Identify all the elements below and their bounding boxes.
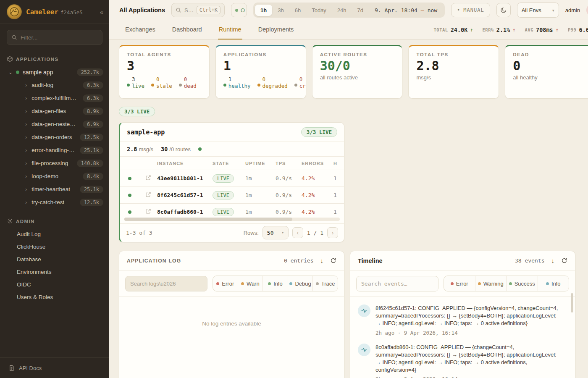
- timeline-filter-success[interactable]: Success: [506, 276, 538, 291]
- sidebar-item-users-roles[interactable]: Users & Roles: [0, 291, 109, 303]
- sidebar-item-try-catch-test[interactable]: ›try-catch-test12.5k: [0, 196, 109, 209]
- summary-stat-p99: P996.6s↑: [568, 26, 588, 33]
- horizontal-scrollbar[interactable]: [124, 218, 340, 221]
- sidebar-item-audit-log[interactable]: ›audit-log6.3k: [0, 79, 109, 92]
- avatar[interactable]: AD: [586, 4, 588, 16]
- timeline-search-input[interactable]: [356, 276, 438, 291]
- rows-per-page-select[interactable]: 50 ▾: [262, 226, 289, 239]
- log-filter-debug[interactable]: Debug: [288, 276, 313, 291]
- time-range-6h[interactable]: 6h: [289, 5, 306, 16]
- timeline-scrollbar-thumb[interactable]: [571, 293, 573, 312]
- sidebar-item-file-processing[interactable]: ›file-processing140.8k: [0, 157, 109, 170]
- chevron-right-icon[interactable]: ›: [25, 108, 27, 114]
- page-indicator: 1 / 1: [307, 230, 323, 236]
- table-row[interactable]: 8f6245c61d57-1LIVE1m0.9/s4.2%1: [120, 186, 344, 203]
- instance-id[interactable]: 43ee9811b801-1: [157, 175, 213, 181]
- time-range-buttons: 1h3h6hToday24h7d: [255, 5, 369, 16]
- environment-select[interactable]: All Envs ▾: [517, 3, 559, 18]
- global-search[interactable]: S… Ctrl+K: [171, 3, 225, 17]
- sidebar-item-complex-fulfillm[interactable]: ›complex-fulfillm…6.3k: [0, 92, 109, 105]
- timeline-filter-warning[interactable]: Warning: [475, 276, 507, 291]
- chevron-right-icon[interactable]: ›: [25, 199, 27, 205]
- instance-id[interactable]: 8f6245c61d57-1: [157, 192, 213, 198]
- application-name[interactable]: sample-app: [127, 129, 165, 136]
- timeline-event[interactable]: 8f6245c61d57-1: CONFIG_APPLIED — {config…: [358, 299, 568, 339]
- tab-deployments[interactable]: Deployments: [257, 20, 295, 39]
- sidebar-item-sample-app[interactable]: ⌄ sample app 252.7k: [0, 66, 109, 79]
- log-filter-trace[interactable]: Trace: [312, 276, 338, 291]
- chevron-right-icon[interactable]: ›: [25, 121, 27, 127]
- chevron-right-icon[interactable]: ›: [25, 147, 27, 153]
- chevron-right-icon[interactable]: ›: [25, 160, 27, 166]
- filter-input[interactable]: [21, 34, 98, 41]
- time-range-3h[interactable]: 3h: [272, 5, 289, 16]
- sidebar-item-data-gen-orders[interactable]: ›data-gen-orders12.5k: [0, 131, 109, 144]
- download-icon[interactable]: ↓: [320, 257, 324, 264]
- timeline-panel-header: Timeline 38 events ↓: [350, 251, 575, 270]
- instance-id[interactable]: 8c0affadb860-1: [157, 209, 213, 215]
- sidebar-item-loop-demo[interactable]: ›loop-demo8.4k: [0, 170, 109, 183]
- tab-exchanges[interactable]: Exchanges: [124, 20, 156, 39]
- time-range-today[interactable]: Today: [306, 5, 332, 16]
- card-value: 0: [513, 59, 588, 73]
- timeline-filter-error[interactable]: Error: [444, 276, 475, 291]
- table-row[interactable]: 43ee9811b801-1LIVE1m0.9/s4.2%1: [120, 170, 344, 186]
- refresh-icon[interactable]: [330, 257, 336, 264]
- sidebar-item-timer-heartbeat[interactable]: ›timer-heartbeat25.1k: [0, 183, 109, 196]
- tab-runtime[interactable]: Runtime: [218, 20, 242, 39]
- log-search-input[interactable]: [125, 276, 207, 291]
- refresh-icon[interactable]: [561, 257, 567, 264]
- uptime-cell: 1m: [245, 192, 276, 198]
- sidebar-item-api-docs[interactable]: API Docs: [0, 357, 109, 378]
- status-label: O: [241, 7, 245, 13]
- stat-card-applications: APPLICATIONS11healthy0degraded0critical: [215, 45, 306, 99]
- time-range-7d[interactable]: 7d: [352, 5, 369, 16]
- route-tree: ›audit-log6.3k›complex-fulfillm…6.3k›dat…: [0, 79, 109, 209]
- log-filter-info[interactable]: Info: [262, 276, 288, 291]
- sidebar-item-data-gen-neste[interactable]: ›data-gen-neste…6.9k: [0, 118, 109, 131]
- chevron-down-icon[interactable]: ⌄: [8, 69, 13, 75]
- sidebar-item-data-gen-files[interactable]: ›data-gen-files8.9k: [0, 105, 109, 118]
- status-dot: [179, 84, 182, 87]
- sidebar-filter[interactable]: [7, 30, 102, 45]
- chevron-right-icon[interactable]: ›: [25, 173, 27, 179]
- card-value: 1: [223, 59, 298, 73]
- sidebar-item-environments[interactable]: Environments: [0, 265, 109, 278]
- sidebar-item-clickhouse[interactable]: ClickHouse: [0, 240, 109, 253]
- date-range-display[interactable]: 9. Apr. 18:04 – now: [369, 7, 443, 13]
- tab-dashboard[interactable]: Dashboard: [171, 20, 203, 39]
- count-badge: 25.1k: [80, 147, 103, 154]
- download-icon[interactable]: ↓: [551, 257, 555, 264]
- scrollbar-thumb[interactable]: [124, 218, 292, 221]
- prev-page-button[interactable]: ‹: [292, 227, 303, 238]
- time-range-24h[interactable]: 24h: [332, 5, 352, 16]
- table-row[interactable]: 8c0affadb860-1LIVE1m0.9/s4.2%1: [120, 203, 344, 216]
- timeline-event[interactable]: 8c0affadb860-1: CONFIG_APPLIED — {change…: [358, 339, 568, 378]
- chevron-right-icon[interactable]: ›: [25, 186, 27, 192]
- manual-refresh-toggle[interactable]: • MANUAL: [451, 3, 490, 17]
- sidebar-item-database[interactable]: Database: [0, 253, 109, 265]
- external-link-icon[interactable]: [145, 208, 151, 215]
- status-dot: [151, 84, 154, 87]
- sidebar-item-error-handling[interactable]: ›error-handling-…25.1k: [0, 144, 109, 157]
- next-page-button[interactable]: ›: [327, 227, 338, 238]
- sidebar-collapse-icon[interactable]: «: [100, 8, 103, 16]
- theme-toggle-button[interactable]: [496, 3, 511, 17]
- sidebar-item-oidc[interactable]: OIDC: [0, 278, 109, 291]
- timeline-filter-info[interactable]: Info: [538, 276, 569, 291]
- connection-status-chip[interactable]: O: [231, 3, 247, 17]
- card-subtitle: all routes active: [320, 74, 395, 81]
- time-range-1h[interactable]: 1h: [255, 5, 272, 16]
- chevron-right-icon[interactable]: ›: [25, 95, 27, 101]
- log-filter-error[interactable]: Error: [213, 276, 238, 291]
- level-dot: [216, 282, 219, 285]
- sidebar-item-audit-log[interactable]: Audit Log: [0, 228, 109, 240]
- log-filter-warn[interactable]: Warn: [238, 276, 263, 291]
- status-dot: [257, 84, 260, 87]
- chevron-right-icon[interactable]: ›: [25, 134, 27, 140]
- chevron-right-icon[interactable]: ›: [25, 82, 27, 88]
- external-link-icon[interactable]: [145, 192, 151, 199]
- state-badge: LIVE: [213, 208, 234, 216]
- external-link-icon[interactable]: [145, 175, 151, 182]
- caret-down-icon: ▾: [552, 8, 554, 13]
